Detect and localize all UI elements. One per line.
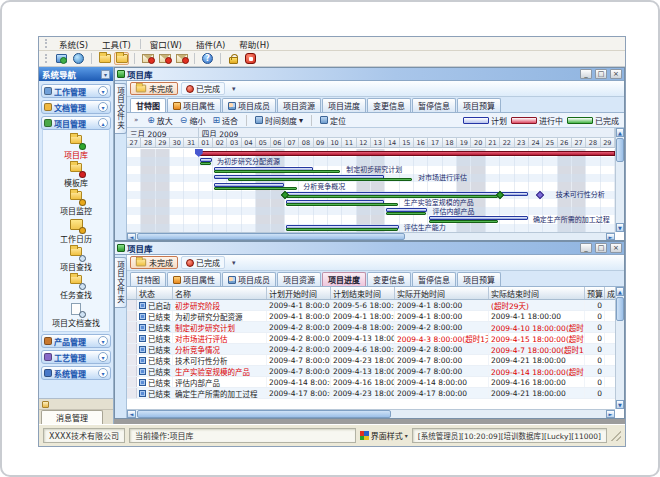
interface-style-dropdown[interactable]: 界面样式 ▾: [360, 430, 408, 441]
computer-icon[interactable]: [54, 52, 69, 65]
help-icon[interactable]: ?: [200, 52, 215, 65]
sidebar-item-project-library[interactable]: 项目库: [43, 135, 109, 160]
sidebar-item-project-doc-search[interactable]: 项目文档查找: [43, 303, 109, 328]
locate-button[interactable]: 定位: [318, 115, 348, 126]
resize-grip[interactable]: [611, 431, 621, 441]
table-vertical-scrollbar[interactable]: ▲ ▼: [615, 287, 624, 409]
gantt-tab-gantt[interactable]: 甘特图: [130, 98, 166, 112]
filter-more-icon[interactable]: ▾: [228, 85, 240, 93]
scroll-right-icon[interactable]: ►: [606, 233, 615, 240]
filter-more-icon[interactable]: ▾: [228, 259, 240, 267]
sidebar-group-product-mgmt[interactable]: 产品管理▾: [41, 334, 111, 348]
table-row[interactable]: 已结束评估内部产品2009-4-14 8:00:002009-4-16 18:0…: [127, 377, 615, 388]
folder-open-icon[interactable]: [114, 52, 129, 65]
chevron-down-icon[interactable]: ▾: [98, 368, 108, 378]
toolbar-overflow-icon[interactable]: »: [130, 116, 142, 124]
table-row[interactable]: 已结束为初步研究分配资源2009-4-1 8:00:002009-4-1 18:…: [127, 311, 615, 322]
progress-tab-change-info[interactable]: 变更信息: [367, 272, 411, 286]
progress-tab-project-props[interactable]: 项目属性: [167, 272, 221, 286]
chevron-down-icon[interactable]: ▾: [98, 352, 108, 362]
table-column-header-预算[interactable]: 预算: [585, 287, 605, 299]
scroll-down-icon[interactable]: ▼: [616, 400, 624, 409]
gantt-actual-bar[interactable]: [386, 212, 426, 215]
table-row[interactable]: 已结束技术可行性分析2009-4-7 8:00:002009-4-23 18:0…: [127, 355, 615, 366]
mail-send-icon[interactable]: [157, 52, 172, 65]
table-row[interactable]: 已结束分析竞争情况2009-4-2 8:00:002009-4-6 18:00:…: [127, 344, 615, 355]
gantt-tab-project-props[interactable]: 项目属性: [167, 98, 221, 112]
maximize-button[interactable]: □: [595, 69, 607, 79]
gantt-tab-change-info[interactable]: 变更信息: [367, 98, 411, 112]
table-row[interactable]: 已结束生产实验室规模的产品2009-4-7 8:00:002009-4-13 1…: [127, 366, 615, 377]
gantt-actual-bar[interactable]: [200, 162, 211, 165]
scroll-left-icon[interactable]: ◄: [127, 233, 136, 240]
table-horizontal-scrollbar[interactable]: ◄ ►: [127, 409, 615, 418]
gantt-project-bar[interactable]: [199, 151, 615, 156]
sidebar-item-template-library[interactable]: 模板库: [43, 163, 109, 188]
table-row[interactable]: 已结束对市场进行评估2009-4-2 8:00:002009-4-13 18:0…: [127, 333, 615, 344]
menu-item-tools[interactable]: 工具(T): [95, 38, 138, 50]
chevron-up-icon[interactable]: ▴: [98, 118, 108, 128]
gantt-horizontal-scrollbar[interactable]: ◄ ►: [127, 232, 615, 240]
menu-item-help[interactable]: 帮助(H): [232, 38, 276, 50]
gantt-vertical-scrollbar[interactable]: ▲ ▼: [615, 128, 624, 232]
progress-tab-project-members[interactable]: 项目成员: [222, 272, 276, 286]
gantt-filter-unfinished[interactable]: 未完成: [130, 82, 178, 95]
scroll-left-icon[interactable]: ◄: [127, 410, 136, 418]
gantt-actual-bar[interactable]: [228, 178, 412, 181]
scroll-up-icon[interactable]: ▲: [616, 128, 624, 137]
menu-item-plugins[interactable]: 插件(A): [189, 38, 232, 50]
scroll-thumb[interactable]: [137, 410, 391, 418]
gantt-actual-bar[interactable]: [286, 195, 498, 198]
scroll-thumb[interactable]: [616, 138, 624, 162]
gantt-actual-bar[interactable]: [286, 228, 398, 231]
progress-tab-project-budget[interactable]: 项目预算: [457, 272, 501, 286]
sidebar-item-project-search[interactable]: 项目查找: [43, 247, 109, 272]
sidebar-item-task-search[interactable]: 任务查找: [43, 275, 109, 300]
maximize-button[interactable]: □: [595, 243, 607, 253]
progress-filter-unfinished[interactable]: 未完成: [130, 256, 178, 269]
chevron-down-icon[interactable]: ▾: [98, 336, 108, 346]
mail-icon[interactable]: [140, 52, 155, 65]
gantt-filter-finished[interactable]: 已完成: [181, 82, 225, 95]
zoom-in-button[interactable]: ⊕放大: [145, 115, 175, 126]
close-button[interactable]: ×: [610, 243, 622, 253]
sidebar-item-project-monitor[interactable]: 项目监控: [43, 191, 109, 216]
gantt-actual-bar[interactable]: [214, 170, 340, 173]
project-folder-tab[interactable]: 项目文件夹: [115, 257, 127, 308]
table-column-header-selector[interactable]: [127, 287, 137, 299]
sidebar-group-project-mgmt[interactable]: 项目管理▴: [41, 116, 111, 130]
chevron-down-icon[interactable]: ▾: [98, 102, 108, 112]
scroll-thumb[interactable]: [137, 233, 405, 240]
table-column-header-计划开始时间[interactable]: 计划开始时间: [267, 287, 331, 299]
lock-icon[interactable]: [226, 52, 241, 65]
gantt-tab-project-members[interactable]: 项目成员: [222, 98, 276, 112]
sidebar-group-process-mgmt[interactable]: 工艺管理▾: [41, 350, 111, 364]
progress-tab-project-resources[interactable]: 项目资源: [277, 272, 321, 286]
fit-button[interactable]: ⊞适合: [210, 115, 240, 126]
scroll-down-icon[interactable]: ▼: [616, 223, 624, 232]
gantt-actual-bar[interactable]: [429, 220, 498, 223]
sidebar-group-system-mgmt[interactable]: 系统管理▾: [41, 366, 111, 380]
sidebar-group-doc-mgmt[interactable]: 文档管理▾: [41, 100, 111, 114]
gantt-tab-pause-info[interactable]: 暂停信息: [412, 98, 456, 112]
progress-tab-gantt[interactable]: 甘特图: [130, 272, 166, 286]
gantt-actual-bar[interactable]: [214, 187, 297, 190]
project-folder-tab[interactable]: 项目文件夹: [115, 83, 127, 134]
scroll-up-icon[interactable]: ▲: [616, 287, 624, 296]
scroll-thumb[interactable]: [616, 297, 624, 321]
table-column-header-状态[interactable]: 状态: [137, 287, 173, 299]
table-row[interactable]: 已启动初步研究阶段2009-4-1 8:00:002009-5-6 18:00:…: [127, 300, 615, 311]
table-column-header-名称[interactable]: 名称: [173, 287, 267, 299]
sidebar-group-work-mgmt[interactable]: 工作管理▾: [41, 84, 111, 98]
mail-receive-icon[interactable]: [174, 52, 189, 65]
gantt-tab-project-budget[interactable]: 项目预算: [457, 98, 501, 112]
scroll-right-icon[interactable]: ►: [606, 410, 615, 418]
table-row[interactable]: 已结束确定生产所需的加工过程2009-4-17 8:00:002009-4-23…: [127, 388, 615, 399]
progress-tab-pause-info[interactable]: 暂停信息: [412, 272, 456, 286]
close-button[interactable]: ×: [610, 69, 622, 79]
progress-filter-finished[interactable]: 已完成: [181, 256, 225, 269]
menu-item-system[interactable]: 系统(S): [52, 38, 95, 50]
table-column-header-计划结束时间[interactable]: 计划结束时间: [331, 287, 395, 299]
table-column-header-实际开始时间[interactable]: 实际开始时间: [395, 287, 489, 299]
timescale-dropdown[interactable]: 时间刻度▾: [253, 115, 305, 126]
